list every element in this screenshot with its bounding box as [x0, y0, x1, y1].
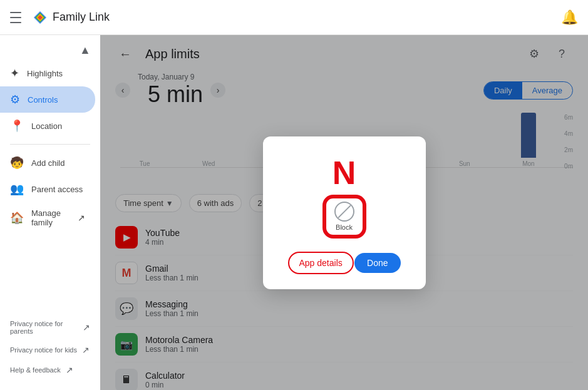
sidebar-divider — [10, 144, 90, 145]
collapse-icon[interactable]: ▲ — [78, 43, 93, 58]
modal-overlay[interactable]: N Block App details Done — [100, 35, 588, 390]
privacy-kids-link[interactable]: Privacy notice for kids ↗ — [0, 340, 100, 360]
sidebar-item-add-child[interactable]: 🧒 Add child — [0, 150, 95, 176]
external-link-icon-3: ↗ — [66, 365, 73, 375]
modal-actions: App details Done — [288, 252, 401, 274]
modal-app-logo: N — [333, 157, 356, 189]
menu-icon[interactable] — [10, 10, 25, 25]
add-child-icon: 🧒 — [10, 156, 24, 170]
help-feedback-link[interactable]: Help & feedback ↗ — [0, 360, 100, 380]
external-link-icon: ↗ — [78, 213, 85, 223]
external-link-icon-1: ↗ — [83, 322, 90, 332]
controls-icon: ⚙ — [10, 93, 20, 106]
sidebar-item-location[interactable]: 📍 Location — [0, 113, 95, 139]
block-button[interactable]: Block — [324, 197, 364, 237]
app-title: Family Link — [53, 11, 110, 24]
sidebar-bottom: Privacy notice for parents ↗ Privacy not… — [0, 310, 100, 385]
app-details-button[interactable]: App details — [288, 252, 354, 274]
done-button[interactable]: Done — [354, 253, 400, 273]
external-link-icon-2: ↗ — [82, 345, 90, 355]
notification-bell[interactable]: 🔔 — [561, 9, 578, 26]
app-header: Family Link 🔔 — [0, 0, 588, 35]
parent-access-icon: 👥 — [10, 182, 24, 196]
main-content: ← App limits ⚙ ? ‹ Today, January 9 5 mi… — [100, 35, 588, 390]
manage-family-icon: 🏠 — [10, 211, 24, 225]
app-limit-modal: N Block App details Done — [263, 136, 426, 289]
app-logo — [33, 10, 48, 25]
block-icon — [334, 202, 354, 222]
sidebar: ▲ ✦ Highlights ⚙ Controls 📍 Location 🧒 A… — [0, 35, 100, 390]
sidebar-item-highlights[interactable]: ✦ Highlights — [0, 60, 95, 86]
sidebar-item-parent-access[interactable]: 👥 Parent access — [0, 176, 95, 202]
sidebar-collapse-section: ▲ — [0, 40, 100, 60]
location-icon: 📍 — [10, 119, 24, 133]
highlights-icon: ✦ — [10, 66, 19, 80]
privacy-parents-link[interactable]: Privacy notice for parents ↗ — [0, 315, 100, 340]
sidebar-item-controls[interactable]: ⚙ Controls — [0, 86, 95, 113]
sidebar-item-manage-family[interactable]: 🏠 Manage family ↗ — [0, 202, 95, 233]
